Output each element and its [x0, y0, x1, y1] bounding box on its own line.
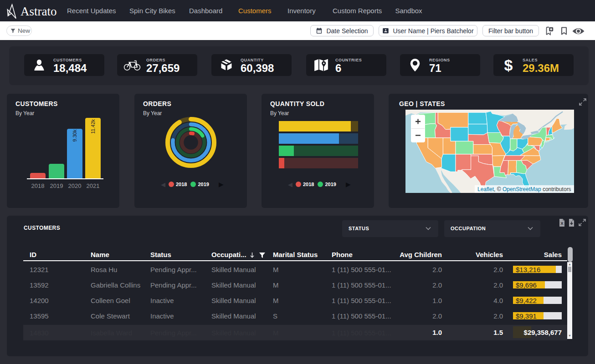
svg-text:X: X: [560, 221, 563, 226]
svg-text:Leaflet, © OpenStreetMap contr: Leaflet, © OpenStreetMap contributors: [477, 186, 571, 192]
